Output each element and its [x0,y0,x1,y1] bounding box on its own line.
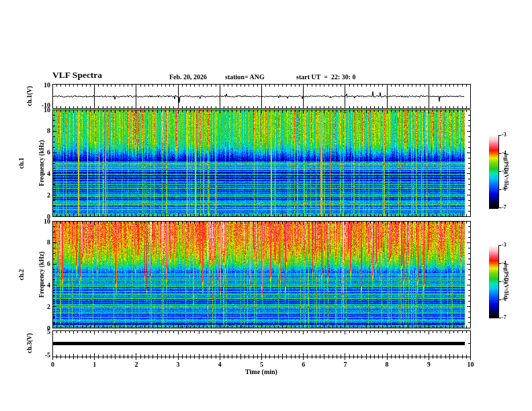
colorbar2-tick-label: -4 [502,261,506,266]
ch1-spectrogram-axis-label: ch.1 Frequency (kHz) [5,140,59,187]
ch1-freq-tick-label: 4 [47,171,50,177]
ch1-axis-line1: ch.1 [19,140,26,187]
time-tick-label: 2 [134,361,138,368]
ch1-voltage-tick-label: 10 [44,82,50,89]
header-station: station= ANG [225,74,265,81]
time-tick-label: 10 [468,361,474,368]
time-tick-label: 4 [218,361,222,368]
time-tick-label: 0 [51,361,54,368]
ch3-voltage-tick-label: 5 [47,328,50,335]
ch2-freq-tick-label: 4 [47,282,50,289]
header-date: Feb. 20, 2026 [169,74,207,81]
time-tick-label: 7 [343,361,347,368]
ch3-voltage-axis-label: ch.3(V) [27,333,34,353]
time-tick-label: 1 [93,361,96,368]
time-axis-label: Time (min) [245,369,277,375]
time-tick-label: 9 [427,361,431,368]
plot-title: VLF Spectra [52,71,102,80]
ch1-freq-tick-label: 10 [44,107,50,113]
colorbar1-tick-label: -5 [502,169,506,174]
ch2-spectrogram-axis-label: ch.2 Frequency (kHz) [5,252,59,298]
ch2-axis-line1: ch.2 [19,252,26,298]
colorbar2-tick-label: -5 [502,279,506,284]
time-tick-label: 6 [302,361,305,368]
ch1-freq-tick-label: 2 [47,192,50,199]
colorbar1-tick-label: -4 [502,150,506,156]
ch2-axis-line2: Frequency (kHz) [39,252,46,298]
colorbar2-tick-label: -6 [502,297,506,302]
colorbar1-tick-label: -3 [502,132,506,138]
ch1-freq-tick-label: 8 [47,128,50,134]
colorbar2-tick-label: -7 [502,315,506,320]
vlf-spectra-figure: VLF Spectra Feb. 20, 2026 station= ANG s… [0,0,532,411]
time-tick-label: 3 [177,361,180,368]
ch3-voltage-tick-label: -5 [45,352,50,359]
header-start-ut: start UT = 22: 30: 0 [296,74,356,81]
ch2-freq-tick-label: 10 [44,218,50,225]
ch2-freq-tick-label: 8 [47,239,50,246]
time-tick-label: 8 [386,361,389,368]
plot-canvas [0,0,532,411]
colorbar1-tick-label: -6 [502,187,506,192]
time-tick-label: 5 [260,361,263,368]
ch2-freq-tick-label: 6 [47,261,50,267]
ch1-voltage-axis-label: ch.1(V) [27,86,34,106]
colorbar1-tick-label: -7 [502,205,506,210]
ch1-freq-tick-label: 6 [47,149,50,156]
ch1-axis-line2: Frequency (kHz) [39,140,46,187]
ch2-freq-tick-label: 2 [47,304,50,310]
colorbar2-tick-label: -3 [502,242,506,248]
